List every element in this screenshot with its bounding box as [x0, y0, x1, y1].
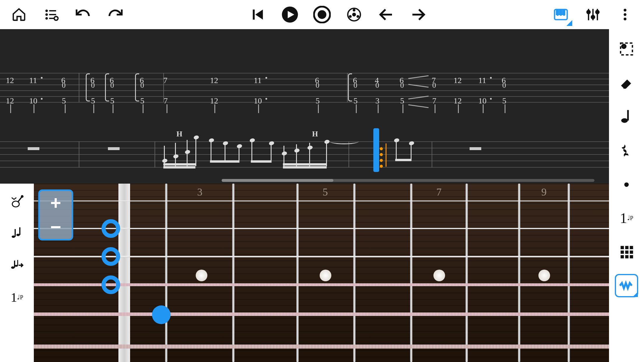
hammer-on-mark: H: [312, 130, 318, 138]
svg-rect-31: [19, 227, 20, 235]
tab-fret[interactable]: 10: [254, 96, 262, 106]
rest-button[interactable]: [615, 139, 638, 162]
prev-note-button[interactable]: [376, 4, 396, 25]
tab-fret[interactable]: 0: [400, 81, 404, 90]
fret-inlay: [433, 270, 445, 281]
tab-fret[interactable]: 12: [6, 76, 14, 85]
svg-rect-43: [630, 246, 633, 249]
svg-point-38: [623, 45, 625, 47]
tab-fret[interactable]: 0: [432, 81, 436, 90]
note-duration-button[interactable]: [615, 105, 638, 128]
svg-point-26: [12, 201, 19, 207]
piano-view-button[interactable]: [551, 4, 571, 25]
right-toolbar: • 1♩P: [609, 29, 644, 362]
svg-rect-19: [563, 10, 565, 15]
svg-rect-49: [630, 255, 633, 258]
tab-fret[interactable]: 10: [478, 96, 487, 106]
hammer-on-mark: H: [176, 130, 182, 138]
svg-rect-48: [625, 255, 629, 258]
instrument-button[interactable]: [7, 191, 27, 211]
svg-rect-1: [49, 10, 56, 11]
svg-rect-17: [556, 10, 559, 15]
svg-point-27: [21, 196, 23, 197]
effects-button[interactable]: [615, 274, 638, 297]
redo-button[interactable]: [105, 4, 125, 25]
svg-rect-3: [49, 14, 56, 15]
voice-selector[interactable]: 1♩P: [7, 287, 27, 307]
fretboard-zoom: + −: [38, 189, 73, 240]
fretboard[interactable]: 3 5 7 9 + −: [34, 184, 609, 362]
score-scrollbar[interactable]: [222, 179, 594, 182]
svg-rect-35: [17, 260, 18, 266]
tab-fret[interactable]: 0: [140, 81, 144, 90]
chord-tool-button[interactable]: [7, 223, 27, 243]
tab-fret[interactable]: 5: [140, 96, 144, 106]
svg-point-23: [624, 9, 626, 12]
score-view[interactable]: 12 11 6 6 6 6 7 12 11 6 6 4 6 7 12 11 6 …: [0, 29, 609, 184]
fret-label: 5: [323, 186, 328, 198]
tab-fret[interactable]: 0: [91, 81, 95, 90]
tab-fret[interactable]: 11: [254, 76, 262, 85]
fret-label: 3: [197, 186, 202, 198]
tab-fret[interactable]: 10: [29, 96, 37, 106]
record-button[interactable]: [312, 4, 332, 25]
tab-fret[interactable]: 12: [454, 96, 462, 106]
tab-fret[interactable]: 11: [29, 76, 37, 85]
tab-fret[interactable]: 0: [316, 81, 319, 90]
svg-rect-33: [14, 261, 15, 268]
mixer-button[interactable]: [583, 4, 603, 25]
eraser-button[interactable]: [615, 71, 638, 94]
tab-fret[interactable]: 7: [163, 76, 167, 85]
svg-point-21: [592, 15, 595, 19]
zoom-in-button[interactable]: +: [50, 194, 61, 212]
svg-rect-30: [15, 229, 16, 237]
tab-fret[interactable]: 12: [210, 96, 218, 106]
fret-inlay: [196, 270, 207, 281]
play-button[interactable]: [280, 4, 300, 25]
svg-rect-41: [621, 246, 624, 249]
tab-fret[interactable]: 3: [375, 96, 379, 106]
tab-fret[interactable]: 0: [502, 81, 506, 90]
tab-fret[interactable]: 12: [6, 96, 14, 106]
tab-fret[interactable]: 0: [110, 81, 114, 90]
tab-fret[interactable]: 5: [110, 96, 114, 106]
chord-advance-button[interactable]: [7, 255, 27, 275]
grid-button[interactable]: [615, 240, 638, 263]
top-toolbar: [0, 0, 644, 29]
svg-point-2: [46, 13, 48, 16]
zoom-out-button[interactable]: −: [50, 218, 61, 236]
skip-start-button[interactable]: [248, 4, 268, 25]
tracks-button[interactable]: [41, 4, 61, 25]
tab-fret[interactable]: 5: [354, 96, 358, 106]
playhead[interactable]: [373, 128, 379, 172]
svg-point-12: [353, 13, 356, 16]
svg-point-22: [596, 10, 599, 14]
svg-point-24: [624, 13, 626, 16]
next-note-button[interactable]: [408, 4, 428, 25]
svg-point-25: [624, 17, 626, 20]
svg-rect-40: [627, 110, 629, 121]
tab-fret[interactable]: 5: [502, 96, 506, 106]
tab-fret[interactable]: 11: [478, 76, 486, 85]
tab-fret[interactable]: 0: [375, 81, 379, 90]
svg-rect-18: [560, 10, 562, 15]
tab-fret[interactable]: 12: [454, 76, 462, 85]
svg-rect-47: [621, 255, 624, 258]
tab-fret[interactable]: 12: [210, 76, 218, 85]
selection-tool-button[interactable]: [615, 37, 638, 61]
more-button[interactable]: [615, 4, 635, 25]
voice-number: 1: [620, 210, 627, 226]
svg-point-15: [357, 16, 358, 17]
tab-fret[interactable]: 7: [432, 96, 436, 106]
dot-button[interactable]: •: [615, 173, 638, 196]
home-button[interactable]: [9, 4, 29, 25]
voice-button[interactable]: 1♩P: [615, 206, 638, 230]
fret-label: 7: [436, 186, 442, 198]
tab-fret[interactable]: 5: [316, 96, 320, 106]
tab-fret[interactable]: 0: [354, 81, 357, 90]
undo-button[interactable]: [73, 4, 93, 25]
tab-fret[interactable]: 0: [62, 81, 66, 90]
tempo-button[interactable]: [344, 4, 364, 25]
tab-fret[interactable]: 5: [91, 96, 95, 106]
tab-fret[interactable]: 5: [400, 96, 404, 106]
